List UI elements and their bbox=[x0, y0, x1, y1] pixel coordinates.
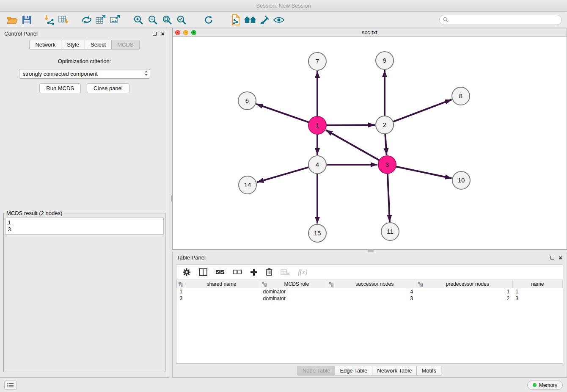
tab-mcds[interactable]: MCDS bbox=[111, 40, 139, 50]
show-columns-button[interactable] bbox=[199, 268, 207, 276]
close-window-icon[interactable]: × bbox=[175, 30, 180, 35]
column-header-successor-nodes[interactable]: successor nodes bbox=[327, 280, 416, 288]
column-type-icon bbox=[262, 282, 267, 287]
toggle-graphics-button[interactable] bbox=[272, 14, 286, 26]
column-type-icon bbox=[179, 282, 183, 287]
graph-node-7[interactable]: 7 bbox=[308, 52, 326, 70]
column-header-mcds-role[interactable]: MCDS role bbox=[260, 280, 327, 288]
graph-node-8[interactable]: 8 bbox=[452, 87, 470, 105]
network-canvas[interactable]: 7968124314101511 bbox=[173, 37, 567, 249]
table-cell[interactable]: 1 bbox=[416, 288, 512, 295]
float-table-panel-icon[interactable] bbox=[550, 256, 554, 259]
annotation-button[interactable] bbox=[257, 14, 272, 26]
graph-node-14[interactable]: 14 bbox=[239, 176, 256, 194]
horizontal-splitter[interactable] bbox=[172, 250, 567, 252]
graph-edge-3-11[interactable] bbox=[388, 173, 390, 222]
graph-node-9[interactable]: 9 bbox=[376, 52, 394, 69]
deselect-all-button[interactable] bbox=[233, 269, 242, 275]
float-panel-icon[interactable] bbox=[153, 32, 157, 36]
table-cell[interactable]: 3 bbox=[177, 295, 260, 302]
tab-network-table[interactable]: Network Table bbox=[372, 366, 417, 375]
minimize-window-icon[interactable]: − bbox=[183, 30, 188, 35]
graph-edge-2-3[interactable] bbox=[385, 133, 386, 155]
vertical-splitter[interactable] bbox=[169, 28, 172, 378]
graph-edge-1-6[interactable] bbox=[256, 104, 310, 123]
import-table-button[interactable] bbox=[57, 14, 71, 26]
deselect-all-icon bbox=[233, 269, 242, 275]
graph-node-2[interactable]: 2 bbox=[376, 116, 394, 134]
add-column-button[interactable] bbox=[250, 268, 258, 276]
graph-edge-1-2[interactable] bbox=[325, 125, 375, 125]
network-window-title: scc.txt bbox=[173, 29, 567, 36]
graph-edge-4-14[interactable] bbox=[257, 167, 310, 182]
graph-node-1[interactable]: 1 bbox=[308, 116, 326, 134]
export-table-icon bbox=[96, 15, 107, 25]
graph-node-15[interactable]: 15 bbox=[308, 224, 326, 242]
tab-node-table[interactable]: Node Table bbox=[297, 366, 336, 375]
tab-network[interactable]: Network bbox=[29, 40, 61, 50]
graph-node-10[interactable]: 10 bbox=[452, 171, 470, 189]
table-cell[interactable]: 3 bbox=[512, 295, 562, 302]
criterion-dropdown[interactable]: strongly connected component bbox=[19, 69, 150, 79]
function-builder-button[interactable]: f(x) bbox=[298, 268, 307, 276]
maximize-window-icon[interactable]: + bbox=[191, 30, 196, 35]
close-panel-button[interactable]: Close panel bbox=[87, 83, 129, 93]
close-panel-icon[interactable]: × bbox=[161, 30, 165, 37]
zoom-selected-button[interactable] bbox=[174, 14, 189, 26]
graph-node-4[interactable]: 4 bbox=[308, 156, 326, 174]
tab-style[interactable]: Style bbox=[61, 40, 85, 50]
table-cell[interactable]: 3 bbox=[327, 295, 416, 302]
new-network-button[interactable] bbox=[80, 14, 94, 26]
export-table-button[interactable] bbox=[94, 14, 108, 26]
column-type-icon bbox=[329, 282, 333, 287]
open-file-button[interactable] bbox=[5, 14, 19, 26]
column-header-shared-name[interactable]: shared name bbox=[177, 280, 260, 288]
delete-column-button[interactable] bbox=[266, 268, 272, 276]
table-settings-button[interactable] bbox=[182, 268, 191, 276]
column-header-predecessor-nodes[interactable]: predecessor nodes bbox=[416, 280, 512, 288]
column-header-name[interactable]: name bbox=[512, 280, 562, 288]
home-button[interactable] bbox=[243, 14, 257, 26]
zoom-out-button[interactable] bbox=[146, 14, 160, 26]
export-image-button[interactable] bbox=[108, 14, 123, 26]
select-all-button[interactable] bbox=[215, 269, 225, 275]
tab-motifs[interactable]: Motifs bbox=[416, 366, 441, 375]
graph-edge-2-8[interactable] bbox=[392, 99, 452, 122]
network-document-button[interactable] bbox=[228, 14, 243, 26]
toolbar-search[interactable] bbox=[439, 15, 562, 25]
graph-node-11[interactable]: 11 bbox=[381, 223, 399, 240]
tab-edge-table[interactable]: Edge Table bbox=[335, 366, 372, 375]
memory-button[interactable]: Memory bbox=[527, 381, 563, 390]
table-cell[interactable]: dominator bbox=[260, 288, 327, 295]
open-folder-icon bbox=[7, 15, 18, 25]
search-input[interactable] bbox=[451, 17, 558, 23]
save-session-button[interactable] bbox=[19, 14, 34, 26]
gear-icon bbox=[182, 268, 191, 276]
mcds-result-text[interactable]: 13 bbox=[5, 218, 164, 235]
table-cell[interactable]: 4 bbox=[327, 288, 416, 295]
zoom-in-button[interactable] bbox=[131, 14, 146, 26]
graph-node-label: 9 bbox=[383, 57, 386, 64]
refresh-button[interactable] bbox=[201, 14, 216, 26]
table-row[interactable]: 3dominator323 bbox=[177, 295, 563, 302]
table-cell[interactable]: 1 bbox=[177, 288, 260, 295]
window-titlebar[interactable]: Session: New Session bbox=[0, 0, 567, 12]
table-cell[interactable]: 2 bbox=[416, 295, 512, 302]
table-row[interactable]: 1dominator411 bbox=[177, 288, 563, 295]
tab-select[interactable]: Select bbox=[85, 40, 112, 50]
graph-edge-3-10[interactable] bbox=[395, 166, 452, 178]
table-cell[interactable]: dominator bbox=[260, 295, 327, 302]
task-history-button[interactable] bbox=[4, 381, 17, 390]
run-mcds-button[interactable]: Run MCDS bbox=[39, 83, 81, 93]
graph-node-6[interactable]: 6 bbox=[238, 92, 256, 110]
graph-node-3[interactable]: 3 bbox=[378, 156, 396, 174]
zoom-fit-button[interactable] bbox=[160, 14, 174, 26]
control-panel-title: Control Panel bbox=[4, 30, 38, 37]
import-network-button[interactable] bbox=[42, 14, 57, 26]
graph-edge-3-1[interactable] bbox=[326, 130, 380, 160]
network-window-titlebar[interactable]: scc.txt × − + bbox=[173, 28, 567, 37]
delete-table-icon bbox=[281, 269, 290, 276]
close-table-panel-icon[interactable]: × bbox=[559, 254, 562, 261]
delete-table-button[interactable] bbox=[281, 269, 290, 276]
table-cell[interactable]: 1 bbox=[512, 288, 562, 295]
